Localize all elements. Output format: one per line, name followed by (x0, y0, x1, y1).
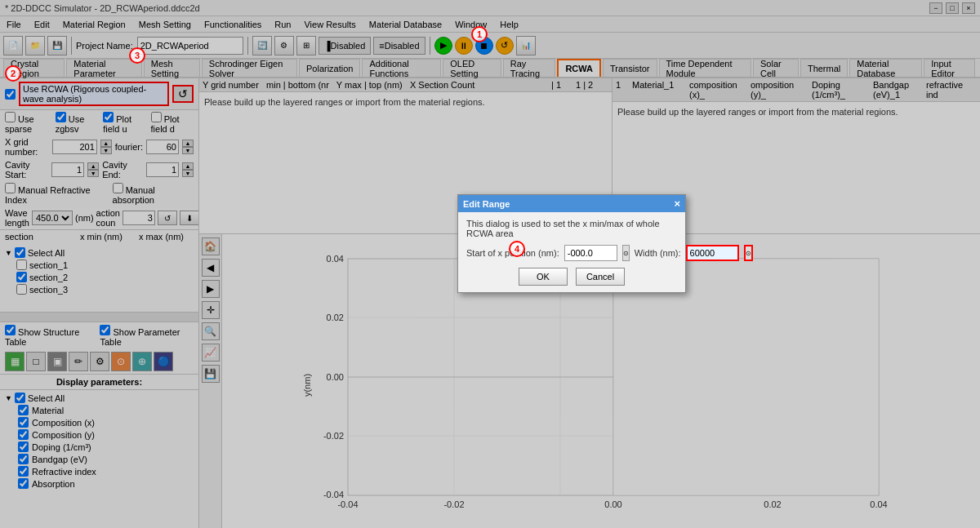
dialog-close-btn[interactable]: × (674, 197, 680, 210)
start-label: Start of x position (nm): (466, 248, 559, 258)
start-spin-btn[interactable]: ⊙ (622, 245, 630, 261)
width-label: Width (nm): (635, 248, 681, 258)
modal-overlay: Edit Range × This dialog is used to set … (0, 0, 980, 528)
dialog-buttons: OK Cancel (466, 268, 677, 286)
start-position-input[interactable] (564, 245, 617, 261)
dialog-body: This dialog is used to set the x min/max… (458, 212, 685, 292)
dialog-fields: Start of x position (nm): ⊙ Width (nm): … (466, 245, 677, 261)
dialog-description: This dialog is used to set the x min/max… (466, 219, 677, 238)
width-input[interactable] (686, 245, 739, 261)
cancel-button[interactable]: Cancel (576, 268, 625, 286)
dialog-title-bar: Edit Range × (458, 195, 685, 212)
ok-button[interactable]: OK (519, 268, 568, 286)
dialog-title: Edit Range (463, 199, 510, 209)
edit-range-dialog: Edit Range × This dialog is used to set … (457, 194, 686, 293)
width-spin-btn[interactable]: ⊙ (744, 245, 753, 261)
